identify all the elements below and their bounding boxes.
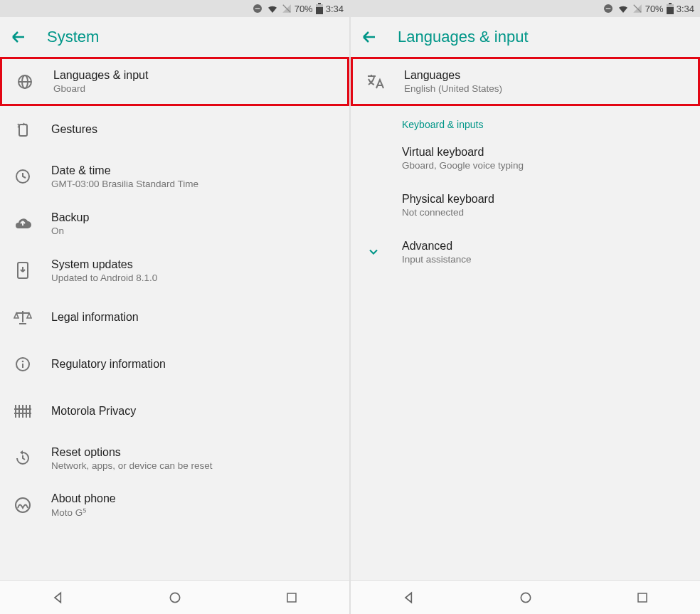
- svg-point-26: [171, 593, 180, 602]
- nav-home[interactable]: [168, 591, 182, 605]
- svg-rect-29: [605, 8, 610, 9]
- dnd-icon: [603, 3, 614, 14]
- navigation-bar: [0, 580, 349, 614]
- item-title: Virtual keyboard: [402, 146, 687, 159]
- item-about-phone[interactable]: About phoneMoto G⁵: [0, 482, 349, 529]
- chevron-down-icon: [364, 245, 383, 259]
- wifi-icon: [266, 3, 279, 14]
- item-title: Motorola Privacy: [51, 405, 336, 418]
- item-title: Advanced: [402, 240, 687, 253]
- globe-icon: [15, 73, 35, 90]
- item-sub: Moto G⁵: [51, 507, 336, 518]
- navigation-bar: [351, 580, 700, 614]
- app-bar: Languages & input: [351, 17, 700, 57]
- dnd-icon: [252, 3, 263, 14]
- legal-icon: [13, 309, 33, 325]
- settings-list: LanguagesEnglish (United States) Keyboar…: [351, 57, 700, 580]
- info-icon: [13, 356, 33, 373]
- settings-list: Languages & inputGboard Gestures Date & …: [0, 57, 349, 580]
- status-bar: 70% 3:34: [0, 0, 349, 17]
- gesture-icon: [13, 121, 33, 138]
- item-title: Languages & input: [53, 69, 334, 82]
- back-button[interactable]: [361, 28, 378, 46]
- item-sub: Gboard, Google voice typing: [402, 160, 687, 171]
- item-date-time[interactable]: Date & timeGMT-03:00 Brasilia Standard T…: [0, 153, 349, 200]
- privacy-icon: [13, 403, 33, 419]
- section-keyboard-inputs: Keyboard & inputs: [351, 106, 700, 134]
- item-title: Reset options: [51, 446, 336, 459]
- reset-icon: [13, 450, 33, 467]
- clock-icon: [13, 168, 33, 185]
- item-system-updates[interactable]: System updatesUpdated to Android 8.1.0: [0, 247, 349, 294]
- page-title: Languages & input: [398, 28, 529, 46]
- item-backup[interactable]: BackupOn: [0, 200, 349, 247]
- item-title: Regulatory information: [51, 358, 336, 371]
- svg-point-25: [16, 498, 30, 512]
- backup-icon: [13, 216, 33, 231]
- nav-back[interactable]: [51, 591, 65, 605]
- item-sub: Updated to Android 8.1.0: [51, 272, 336, 283]
- item-virtual-keyboard[interactable]: Virtual keyboardGboard, Google voice typ…: [351, 134, 700, 181]
- item-sub: Not connected: [402, 207, 687, 218]
- item-title: Legal information: [51, 311, 336, 324]
- item-title: Gestures: [51, 123, 336, 136]
- svg-rect-32: [667, 7, 674, 14]
- svg-rect-35: [638, 593, 647, 602]
- svg-rect-5: [318, 3, 321, 4]
- no-signal-icon: [282, 4, 292, 14]
- right-screen: 70% 3:34 Languages & input LanguagesEngl…: [351, 0, 700, 614]
- nav-recent[interactable]: [636, 591, 649, 604]
- svg-rect-1: [255, 8, 260, 9]
- item-sub: On: [51, 226, 336, 236]
- item-title: Languages: [404, 69, 685, 82]
- item-languages-input[interactable]: Languages & inputGboard: [0, 57, 349, 106]
- item-sub: GMT-03:00 Brasilia Standard Time: [51, 179, 336, 189]
- app-bar: System: [0, 17, 349, 57]
- item-title: About phone: [51, 492, 336, 505]
- item-sub: Gboard: [53, 83, 334, 94]
- svg-point-16: [22, 361, 24, 363]
- item-title: Backup: [51, 211, 336, 224]
- moto-icon: [13, 497, 33, 514]
- nav-home[interactable]: [519, 591, 533, 605]
- item-title: Physical keyboard: [402, 193, 687, 206]
- item-sub: Network, apps, or device can be reset: [51, 460, 336, 471]
- item-languages[interactable]: LanguagesEnglish (United States): [351, 57, 700, 106]
- nav-recent[interactable]: [285, 591, 298, 604]
- svg-rect-27: [287, 593, 296, 602]
- svg-rect-33: [669, 3, 672, 4]
- battery-text: 70%: [295, 4, 313, 14]
- svg-rect-4: [316, 7, 323, 14]
- item-title: System updates: [51, 258, 336, 271]
- svg-rect-9: [19, 125, 27, 136]
- item-legal[interactable]: Legal information: [0, 294, 349, 341]
- status-bar: 70% 3:34: [351, 0, 700, 17]
- item-reset[interactable]: Reset optionsNetwork, apps, or device ca…: [0, 435, 349, 482]
- back-button[interactable]: [10, 28, 27, 46]
- clock-text: 3:34: [677, 4, 694, 14]
- nav-back[interactable]: [402, 591, 416, 605]
- svg-point-34: [521, 593, 531, 602]
- item-sub: English (United States): [404, 83, 685, 94]
- translate-icon: [366, 73, 386, 90]
- clock-text: 3:34: [326, 4, 344, 14]
- item-advanced[interactable]: AdvancedInput assistance: [351, 228, 700, 275]
- item-title: Date & time: [51, 164, 336, 177]
- battery-icon: [667, 3, 674, 14]
- item-sub: Input assistance: [402, 254, 687, 265]
- item-gestures[interactable]: Gestures: [0, 106, 349, 153]
- page-title: System: [47, 28, 99, 46]
- item-motorola-privacy[interactable]: Motorola Privacy: [0, 388, 349, 435]
- item-physical-keyboard[interactable]: Physical keyboardNot connected: [351, 181, 700, 228]
- battery-text: 70%: [645, 4, 664, 14]
- wifi-icon: [617, 3, 630, 14]
- left-screen: 70% 3:34 System Languages & inputGboard …: [0, 0, 349, 614]
- battery-icon: [316, 3, 323, 14]
- item-regulatory[interactable]: Regulatory information: [0, 341, 349, 388]
- no-signal-icon: [632, 4, 642, 14]
- update-icon: [13, 261, 33, 280]
